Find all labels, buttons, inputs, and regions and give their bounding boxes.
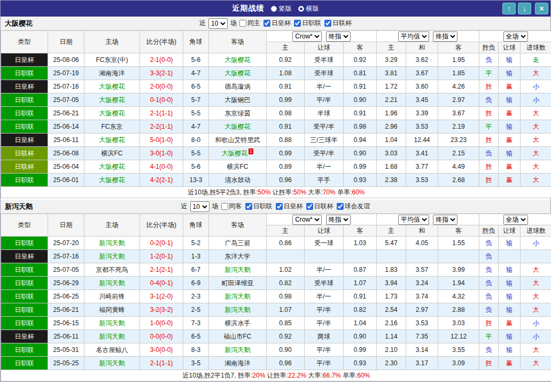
goals-result-cell: 大 <box>521 303 551 317</box>
date-cell: 25-07-19 <box>48 67 84 80</box>
scope-select[interactable]: 全场 <box>503 32 528 42</box>
avg-draw-odds-cell: 3.74 <box>406 290 438 303</box>
avg-draw-odds-cell: 3.77 <box>406 160 438 174</box>
date-cell: 25-06-21 <box>48 303 84 317</box>
move-up-button[interactable]: ↑ <box>502 3 516 14</box>
average-time-select[interactable]: 终指 <box>433 32 457 42</box>
let-rate-value: 22.2% <box>288 372 306 379</box>
filter-option[interactable]: 球会友谊 <box>337 202 370 211</box>
goals-result-cell: 小 <box>521 93 551 107</box>
avg-draw-odds-cell: 3.60 <box>406 80 438 93</box>
odds-time-select[interactable]: 终指 <box>326 32 351 42</box>
handicap-result-cell: 输 <box>499 343 521 357</box>
layout-vertical-radio[interactable]: 竖版 <box>271 4 292 13</box>
goals-result-cell: 大 <box>521 160 551 174</box>
filter-option[interactable]: 日职联 <box>294 19 321 28</box>
away-team-cell: 德岛漩涡 <box>209 80 267 93</box>
filter-option[interactable]: 日联杯 <box>324 19 352 28</box>
avg-home-odds-cell: 1.68 <box>377 160 406 174</box>
date-cell: 25-07-05 <box>48 263 84 277</box>
up-arrow-icon: ↑ <box>507 4 511 13</box>
avg-draw-odds-cell: 3.41 <box>406 147 438 160</box>
avg-home-odds-cell: 1.73 <box>377 290 406 303</box>
avg-draw-odds-cell <box>406 250 438 263</box>
layout-horizontal-radio[interactable]: 横版 <box>298 4 319 13</box>
filter-checkbox[interactable] <box>221 203 228 210</box>
goals-result-cell: 大 <box>521 263 551 277</box>
filter-checkbox[interactable] <box>324 20 331 27</box>
handicap-line-cell: 半/一 <box>305 160 344 174</box>
avg-away-odds-cell: 2.15 <box>438 147 479 160</box>
match-row: 日职联25-06-15新泻天鹅1-0(0-0)7-3横滨水手0.85平/半1.0… <box>1 317 551 330</box>
result-cell: 平 <box>479 120 499 134</box>
filter-option[interactable]: 同客 <box>221 202 242 211</box>
handicap-away-odds-cell: 0.99 <box>344 160 377 174</box>
date-cell: 25-07-16 <box>48 80 84 93</box>
games-label: 场 <box>212 202 219 211</box>
handicap-line-cell: 半/一 <box>305 80 344 93</box>
close-button[interactable]: × <box>535 3 548 14</box>
col-handicap-home: 主 <box>267 225 305 237</box>
league-cell: 日职联 <box>1 120 48 134</box>
result-cell: 胜 <box>479 174 499 187</box>
match-row: 日皇杯25-06-11大阪樱花5-0(1-0)8-0和歌山艾特里武0.88三/三… <box>1 134 551 147</box>
result-cell: 负 <box>479 303 499 317</box>
filter-checkbox[interactable] <box>276 203 283 210</box>
score-cell: 1-0(0-0) <box>140 317 183 330</box>
score-cell: 2-1(2-1) <box>140 263 183 277</box>
summary-label: 让胜率: <box>273 189 293 196</box>
avg-home-odds-cell: 3.29 <box>377 53 406 67</box>
handicap-home-odds-cell: 0.85 <box>267 317 305 330</box>
avg-home-odds-cell: 2.21 <box>377 93 406 107</box>
goals-result-cell: 大 <box>521 277 551 290</box>
avg-home-odds-cell: 1.04 <box>377 134 406 147</box>
games-label: 场 <box>230 19 237 28</box>
home-team-cell: 大阪樱花 <box>84 174 140 187</box>
average-select[interactable]: 平均值 <box>398 32 429 42</box>
filter-checkbox[interactable] <box>239 20 246 27</box>
odds-time-select[interactable]: 终指 <box>326 215 351 225</box>
move-down-button[interactable]: ↓ <box>518 3 531 14</box>
filter-option[interactable]: 日联杯 <box>306 202 333 211</box>
corner-cell: 2-3 <box>183 290 209 303</box>
league-cell: 日职联 <box>1 263 48 277</box>
average-time-select[interactable]: 终指 <box>433 215 457 225</box>
result-cell: 负 <box>479 250 499 263</box>
away-team-cell: 和歌山艾特里武 <box>209 134 267 147</box>
filter-checkbox[interactable] <box>263 20 270 27</box>
corner-cell: 4-7 <box>183 67 209 80</box>
col-type: 类型 <box>1 31 48 53</box>
match-row: 日职联25-06-01大阪樱花4-2(2-1)13-3清水鼓动0.96平手0.9… <box>1 174 551 187</box>
win-rate-value: 20% <box>252 372 265 379</box>
odds-company-select[interactable]: Crow* <box>292 215 322 225</box>
avg-draw-odds-cell: 2.97 <box>406 303 438 317</box>
filter-option[interactable]: 同主 <box>239 19 260 28</box>
match-count-select[interactable]: 10 <box>190 201 209 212</box>
scope-group-header: 全场 <box>479 214 551 225</box>
filter-option[interactable]: 日职联 <box>245 202 273 211</box>
match-count-select[interactable]: 10 <box>208 18 228 29</box>
euro-odds-group-header: 平均值 终指 <box>377 214 479 225</box>
horizontal-radio-label: 横版 <box>306 4 319 13</box>
filter-checkbox[interactable] <box>245 203 252 210</box>
col-away: 客场 <box>209 31 267 53</box>
filter-checkbox[interactable] <box>294 20 301 27</box>
league-cell: 日职联 <box>1 174 48 187</box>
result-cell: 负 <box>479 93 499 107</box>
filter-option[interactable]: 日皇杯 <box>263 19 291 28</box>
handicap-line-cell: 两球 <box>305 330 344 343</box>
avg-away-odds-cell: 3.03 <box>438 317 479 330</box>
filter-checkbox[interactable] <box>306 203 313 210</box>
filter-checkbox[interactable] <box>337 203 344 210</box>
result-cell: 负 <box>479 147 499 160</box>
titlebar: 近期战绩 竖版 横版 ↑ ↓ × <box>1 1 550 17</box>
filter-option[interactable]: 日皇杯 <box>276 202 303 211</box>
away-team-cell: 大阪樱花 <box>209 120 267 134</box>
scope-select[interactable]: 全场 <box>503 215 528 225</box>
handicap-result-cell: 赢 <box>499 134 521 147</box>
result-cell: 负 <box>479 277 499 290</box>
average-select[interactable]: 平均值 <box>398 215 429 225</box>
avg-away-odds-cell: 3.99 <box>438 263 479 277</box>
odds-company-select[interactable]: Crow* <box>292 32 322 42</box>
score-cell: 2-2(1-1) <box>140 120 183 134</box>
